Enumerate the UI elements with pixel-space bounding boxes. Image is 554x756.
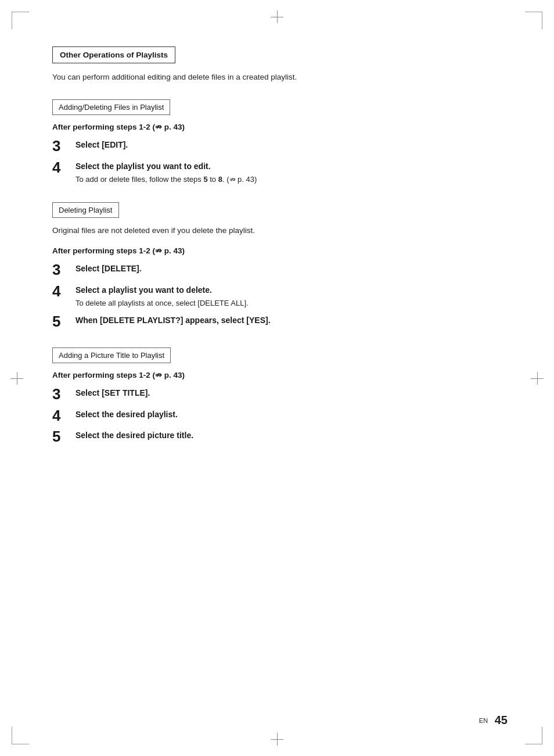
main-section-title: Other Operations of Playlists <box>60 51 168 59</box>
page-container: Other Operations of Playlists You can pe… <box>0 0 554 756</box>
subsection-adding-deleting-header: Adding/Deleting Files in Playlist <box>52 99 170 115</box>
step-3-5: 5 Select the desired picture title. <box>52 429 502 445</box>
main-section-header: Other Operations of Playlists <box>52 46 175 63</box>
step-desc-1-4: To add or delete files, follow the steps… <box>75 174 502 185</box>
corner-mark-br <box>525 727 542 744</box>
step-3-4: 4 Select the desired playlist. <box>52 409 502 424</box>
step-title-3-4: Select the desired playlist. <box>75 409 502 421</box>
step-2-4: 4 Select a playlist you want to delete. … <box>52 284 502 309</box>
step-title-2-4: Select a playlist you want to delete. <box>75 284 502 296</box>
crosshair-left <box>10 372 23 385</box>
step-1-3: 3 Select [EDIT]. <box>52 139 502 155</box>
after-steps-2: After performing steps 1-2 (⇏ p. 43) <box>52 246 502 257</box>
step-number-2-5: 5 <box>52 313 73 330</box>
corner-mark-tl <box>12 12 29 29</box>
step-number-1-4: 4 <box>52 159 73 176</box>
step-content-2-3: Select [DELETE]. <box>75 263 502 275</box>
after-steps-2-text: After performing steps 1-2 (⇏ p. 43) <box>52 246 185 255</box>
step-number-2-4: 4 <box>52 283 73 300</box>
step-3-3: 3 Select [SET TITLE]. <box>52 387 502 403</box>
subsection-adding-deleting: Adding/Deleting Files in Playlist After … <box>52 99 502 185</box>
step-number-3-5: 5 <box>52 428 73 445</box>
step-title-1-3: Select [EDIT]. <box>75 139 502 151</box>
crosshair-bottom <box>271 733 283 746</box>
crosshair-top <box>271 10 283 23</box>
subsection-deleting-playlist: Deleting Playlist Original files are not… <box>52 202 502 330</box>
corner-mark-bl <box>12 727 29 744</box>
after-steps-3-text: After performing steps 1-2 (⇏ p. 43) <box>52 371 185 379</box>
step-title-3-5: Select the desired picture title. <box>75 429 502 442</box>
main-section: Other Operations of Playlists You can pe… <box>52 46 502 83</box>
step-title-2-5: When [DELETE PLAYLIST?] appears, select … <box>75 314 502 327</box>
after-steps-3: After performing steps 1-2 (⇏ p. 43) <box>52 370 502 381</box>
page-number-value: 45 <box>495 714 508 726</box>
after-steps-1: After performing steps 1-2 (⇏ p. 43) <box>52 122 502 133</box>
step-content-3-4: Select the desired playlist. <box>75 409 502 421</box>
step-desc-2-4: To delete all playlists at once, select … <box>75 298 502 309</box>
subsection-deleting-title: Deleting Playlist <box>59 206 113 214</box>
step-content-3-3: Select [SET TITLE]. <box>75 387 502 399</box>
subsection-picture-title: Adding a Picture Title to Playlist After… <box>52 347 502 445</box>
step-content-3-5: Select the desired picture title. <box>75 429 502 442</box>
subsection-adding-deleting-title: Adding/Deleting Files in Playlist <box>59 103 164 112</box>
step-content-1-3: Select [EDIT]. <box>75 139 502 151</box>
after-steps-1-text: After performing steps 1-2 (⇏ p. 43) <box>52 123 185 131</box>
main-intro-text: You can perform additional editing and d… <box>52 71 502 83</box>
corner-mark-tr <box>525 12 542 29</box>
step-content-2-4: Select a playlist you want to delete. To… <box>75 284 502 309</box>
step-content-1-4: Select the playlist you want to edit. To… <box>75 160 502 185</box>
step-number-3-4: 4 <box>52 407 73 424</box>
subsection-deleting-header: Deleting Playlist <box>52 202 119 218</box>
page-number-area: EN 45 <box>479 714 508 727</box>
subsection-picture-title-header: Adding a Picture Title to Playlist <box>52 347 171 363</box>
step-number-1-3: 3 <box>52 138 73 155</box>
step-number-3-3: 3 <box>52 386 73 403</box>
step-2-5: 5 When [DELETE PLAYLIST?] appears, selec… <box>52 314 502 330</box>
step-2-3: 3 Select [DELETE]. <box>52 263 502 278</box>
subsection-picture-title-text: Adding a Picture Title to Playlist <box>59 351 164 360</box>
deleting-intro-text: Original files are not deleted even if y… <box>52 225 502 237</box>
step-1-4: 4 Select the playlist you want to edit. … <box>52 160 502 185</box>
page-number-label: EN <box>479 717 488 724</box>
page-number-space <box>490 715 492 724</box>
step-content-2-5: When [DELETE PLAYLIST?] appears, select … <box>75 314 502 327</box>
step-number-2-3: 3 <box>52 261 73 278</box>
step-title-1-4: Select the playlist you want to edit. <box>75 160 502 173</box>
crosshair-right <box>531 372 544 385</box>
step-title-2-3: Select [DELETE]. <box>75 263 502 275</box>
step-title-3-3: Select [SET TITLE]. <box>75 387 502 399</box>
